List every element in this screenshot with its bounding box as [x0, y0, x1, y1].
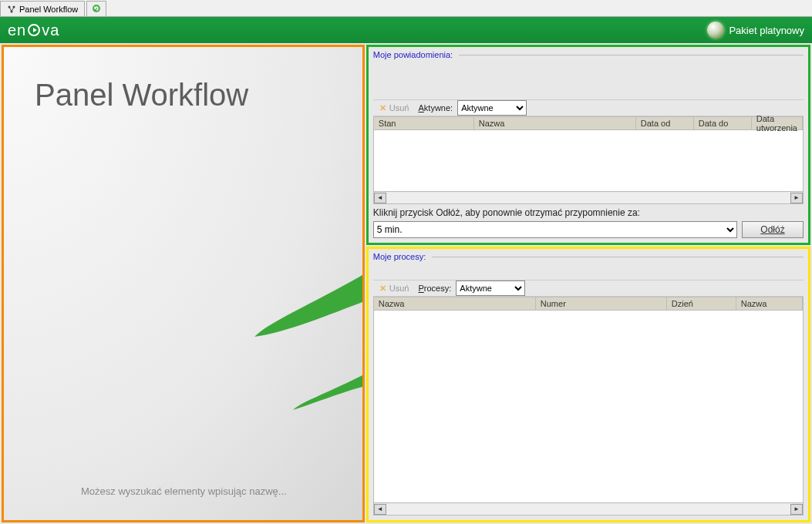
delete-icon: ✕ [379, 103, 386, 113]
col-data-do[interactable]: Data do [694, 117, 752, 129]
notifications-box: Moje powiadomienia: ✕ Usuń Aktywne: Akty… [366, 45, 810, 245]
processes-title: Moje procesy: [373, 252, 804, 261]
processes-blank [373, 263, 804, 280]
processes-scrollbar[interactable]: ◄ ► [373, 503, 804, 516]
workflow-icon [7, 5, 16, 14]
col-data-od[interactable]: Data od [636, 117, 694, 129]
col-nazwa2-p[interactable]: Nazwa [736, 297, 803, 310]
delete-button[interactable]: ✕ Usuń [375, 100, 414, 116]
package-label: Pakiet platynowy [707, 22, 804, 39]
procesy-label: Procesy: [416, 284, 453, 293]
col-stan[interactable]: Stan [374, 117, 474, 129]
tab-new[interactable] [86, 1, 106, 16]
search-hint: Możesz wyszukać elementy wpisując nazwę.… [81, 485, 347, 497]
reminder-select[interactable]: 5 min. [373, 221, 737, 238]
notifications-body[interactable] [373, 130, 804, 192]
active-label: Aktywne: [416, 103, 454, 113]
processes-toolbar: ✕ Usuń Procesy: Aktywne [373, 280, 804, 297]
processes-header: Nazwa Numer Dzień Nazwa [373, 297, 804, 311]
processes-box: Moje procesy: ✕ Usuń Procesy: Aktywne Na… [366, 247, 810, 522]
scroll-left-icon[interactable]: ◄ [374, 193, 386, 203]
header-bar: en va Pakiet platynowy [0, 17, 812, 43]
logo-text-right: va [42, 22, 59, 39]
col-data-utw[interactable]: Data utworzenia [752, 117, 803, 129]
delete-button-proc[interactable]: ✕ Usuń [375, 280, 414, 296]
procesy-select[interactable]: Aktywne [456, 280, 525, 296]
notifications-toolbar: ✕ Usuń Aktywne: Aktywne [373, 99, 804, 116]
col-nazwa[interactable]: Nazwa [474, 117, 636, 129]
right-panel: Moje powiadomienia: ✕ Usuń Aktywne: Akty… [366, 45, 810, 522]
tabbar: Panel Workflow [0, 0, 812, 17]
page-title: Panel Workflow [35, 78, 347, 113]
postpone-button[interactable]: Odłóż [742, 221, 804, 238]
scroll-left-icon[interactable]: ◄ [374, 504, 386, 515]
reminder-hint: Kliknij przycisk Odłóż, aby ponownie otr… [373, 207, 804, 218]
package-text: Pakiet platynowy [729, 25, 804, 36]
package-icon [707, 22, 724, 39]
active-select[interactable]: Aktywne [457, 100, 527, 116]
processes-body[interactable] [373, 311, 804, 503]
content: Panel Workflow Możesz wyszukać elementy … [0, 43, 812, 524]
tab-label: Panel Workflow [19, 5, 78, 14]
scroll-right-icon[interactable]: ► [790, 193, 803, 203]
logo: en va [8, 22, 59, 39]
left-panel: Panel Workflow Możesz wyszukać elementy … [2, 45, 365, 522]
logo-text-left: en [8, 22, 26, 39]
refresh-icon [92, 4, 101, 15]
notifications-blank [373, 61, 804, 99]
decorative-swoosh [239, 260, 362, 414]
reminder-row: 5 min. Odłóż [373, 221, 804, 238]
notifications-title: Moje powiadomienia: [373, 50, 804, 59]
notifications-header: Stan Nazwa Data od Data do Data utworzen… [373, 116, 804, 130]
col-nazwa-p[interactable]: Nazwa [374, 297, 536, 310]
col-dzien-p[interactable]: Dzień [667, 297, 736, 310]
col-numer-p[interactable]: Numer [536, 297, 667, 310]
notifications-scrollbar[interactable]: ◄ ► [373, 192, 804, 204]
delete-icon: ✕ [379, 284, 386, 294]
scroll-right-icon[interactable]: ► [790, 504, 803, 515]
tab-panel-workflow[interactable]: Panel Workflow [0, 1, 85, 16]
logo-play-icon [28, 24, 40, 36]
